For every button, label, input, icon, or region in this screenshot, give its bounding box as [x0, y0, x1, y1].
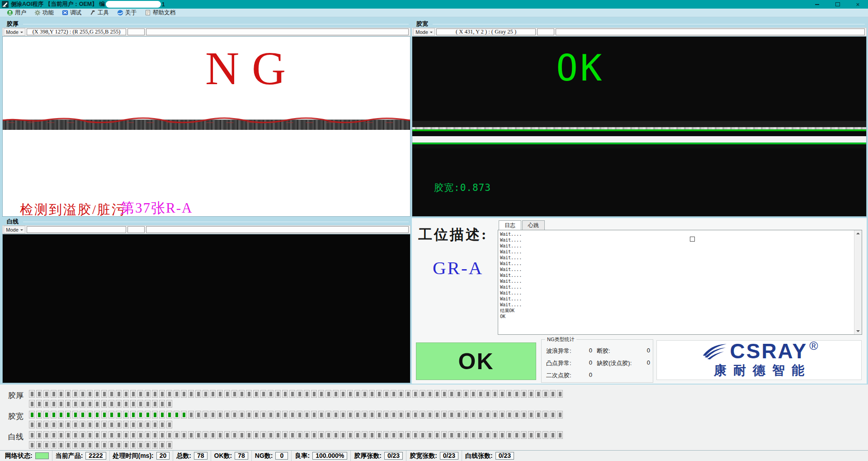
- indicator-cell: [326, 431, 331, 439]
- log-scrollbar[interactable]: [854, 230, 862, 334]
- indicator-cell: [506, 431, 512, 439]
- image-band: [412, 121, 866, 127]
- indicator-cell: [347, 411, 353, 418]
- result-ok-button[interactable]: OK: [416, 342, 536, 380]
- tab-日志[interactable]: 日志: [499, 220, 521, 230]
- gear-icon: [34, 10, 41, 16]
- indicator-cell: [557, 411, 563, 418]
- indicator-cell: [239, 431, 245, 439]
- scroll-down-arrow[interactable]: [854, 327, 862, 334]
- ng-stat-row: 二次点胶:0: [546, 371, 592, 380]
- indicator-cell: [383, 431, 389, 439]
- log-tabs: 日志心跳: [498, 220, 862, 230]
- indicator-cell: [159, 441, 165, 449]
- logo-subtitle: 康耐德智能: [707, 362, 811, 379]
- indicator-cell: [550, 411, 556, 418]
- indicator-cell: [108, 390, 114, 398]
- indicator-cell: [499, 431, 505, 439]
- toolbar-box: [146, 29, 409, 35]
- indicator-cell: [470, 390, 476, 398]
- indicator-cell: [268, 390, 274, 398]
- indicator-cell: [72, 390, 78, 398]
- indicator-cell: [80, 441, 85, 449]
- maximize-button[interactable]: [827, 0, 848, 9]
- indicator-cell: [166, 421, 172, 428]
- indicator-cell: [94, 411, 100, 418]
- app-icon: [2, 1, 9, 8]
- indicator-cell: [51, 421, 57, 428]
- indicator-cell: [383, 411, 389, 418]
- indicator-cell: [159, 431, 165, 439]
- indicator-cell: [181, 411, 187, 418]
- scroll-up-arrow[interactable]: [854, 230, 862, 238]
- checkbox[interactable]: [690, 237, 695, 242]
- log-line: OK: [500, 314, 852, 319]
- indicator-cell: [268, 431, 274, 439]
- mode-dropdown[interactable]: Mode: [413, 28, 435, 36]
- log-panel: 日志心跳 Wait....Wait....Wait....Wait....Wai…: [498, 220, 862, 335]
- indicator-cell: [514, 411, 519, 418]
- indicator-cell: [51, 441, 57, 449]
- pixel-readout: [27, 226, 126, 233]
- tab-心跳[interactable]: 心跳: [522, 220, 545, 230]
- ng-stats-groupbox: NG类型统计 波浪异常:0凸点异常:0二次点胶:0 断胶:0缺胶(没点胶):0: [541, 339, 653, 383]
- indicator-cell: [72, 431, 78, 439]
- ng-stat-row: 缺胶(没点胶):0: [597, 359, 650, 367]
- indicator-cell: [94, 390, 100, 398]
- user-icon: [7, 10, 13, 16]
- indicator-cell: [550, 431, 556, 439]
- indicator-cell: [152, 441, 158, 449]
- indicator-cell: [108, 421, 114, 428]
- indicator-cell: [246, 431, 252, 439]
- indicator-cell: [65, 411, 71, 418]
- indicator-cell: [434, 431, 440, 439]
- close-button[interactable]: ×: [848, 0, 868, 9]
- status-label: 胶厚张数:: [354, 452, 382, 460]
- indicator-cell: [354, 411, 360, 418]
- indicator-cell: [282, 431, 288, 439]
- indicator-cell: [87, 441, 93, 449]
- indicator-cell: [542, 411, 548, 418]
- indicator-cell: [65, 441, 71, 449]
- indicator-cell: [354, 390, 360, 398]
- indicator-cell: [51, 431, 57, 439]
- indicator-cell: [29, 431, 35, 439]
- mode-dropdown[interactable]: Mode: [4, 226, 25, 233]
- status-value: 2222: [85, 452, 106, 460]
- menu-item-help[interactable]: 帮助文档: [141, 9, 179, 17]
- indicator-cell: [36, 421, 42, 428]
- indicator-cell: [521, 390, 527, 398]
- window-controls: ×: [807, 0, 868, 9]
- menu-item-label: 功能: [42, 9, 54, 17]
- menu-item-function[interactable]: 功能: [30, 9, 58, 17]
- menu-item-about[interactable]: 关于: [113, 9, 141, 17]
- defect-marks: [3, 117, 410, 124]
- status-item: 当前产品:2222: [52, 451, 109, 461]
- indicator-cell: [43, 400, 49, 408]
- status-value: 78: [235, 452, 248, 460]
- status-item: 良率:100.000%: [291, 451, 350, 461]
- indicator-cell: [80, 411, 85, 418]
- indicator-cell: [29, 421, 35, 428]
- mode-dropdown[interactable]: Mode: [4, 28, 25, 36]
- indicator-cell: [181, 390, 187, 398]
- menu-item-user[interactable]: 用户: [3, 9, 30, 17]
- indicator-cell: [123, 441, 129, 449]
- indicator-group-label: 胶宽: [8, 411, 24, 422]
- indicator-cell: [246, 390, 252, 398]
- indicator-cell: [108, 431, 114, 439]
- indicator-cell: [260, 411, 266, 418]
- chevron-down-icon: [430, 32, 433, 34]
- log-list[interactable]: Wait....Wait....Wait....Wait....Wait....…: [498, 230, 862, 335]
- indicator-cell: [311, 411, 317, 418]
- window-title: 侧涂AOI程序 【当前用户：OEM】 编: [11, 0, 105, 8]
- ng-stats-col-left: 波浪异常:0凸点异常:0二次点胶:0: [546, 347, 592, 384]
- log-line: Wait....: [500, 296, 852, 302]
- menu-item-tools[interactable]: 工具: [85, 9, 113, 17]
- station-name: GR-A: [433, 257, 483, 279]
- menu-item-debug[interactable]: 调试: [58, 9, 85, 17]
- indicator-cell: [123, 411, 129, 418]
- indicator-row: [29, 411, 563, 418]
- minimize-button[interactable]: [807, 0, 827, 9]
- ng-stat-label: 缺胶(没点胶):: [597, 359, 632, 367]
